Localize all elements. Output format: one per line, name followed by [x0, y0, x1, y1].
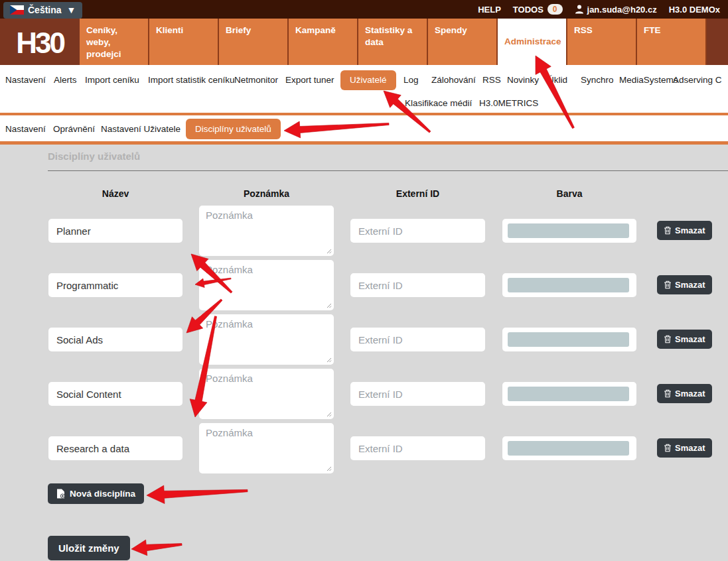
delete-discipline-button[interactable]: Smazat — [657, 438, 712, 458]
discipline-row: Smazat — [0, 423, 728, 473]
sub-nav-item-mediasystems[interactable]: MediaSystems — [619, 75, 678, 85]
language-selector[interactable]: Čeština ▼ — [3, 2, 82, 19]
sub-nav-item-netmonitor[interactable]: Netmonitor — [234, 75, 278, 85]
main-nav-tab-briefy[interactable]: Briefy — [219, 19, 289, 65]
sub-nav-item-nastaveni[interactable]: Nastavení — [5, 75, 46, 85]
section-nav-item-opravneni[interactable]: Oprávnění — [53, 124, 95, 134]
discipline-note-textarea[interactable] — [199, 423, 334, 473]
delete-discipline-button[interactable]: Smazat — [657, 330, 712, 349]
discipline-note-textarea[interactable] — [199, 314, 334, 365]
column-header-poznamka: Poznámka — [199, 188, 334, 199]
main-nav-tab-fte[interactable]: FTE — [637, 19, 707, 65]
discipline-note-textarea[interactable] — [199, 260, 334, 310]
logo[interactable]: H30 — [0, 19, 80, 65]
note-field — [199, 206, 334, 256]
external-id-input[interactable] — [350, 382, 485, 406]
trash-icon — [664, 226, 672, 235]
sub-nav-item-uklid[interactable]: Úklid — [547, 75, 567, 85]
delete-discipline-button[interactable]: Smazat — [657, 384, 712, 403]
column-header-nazev: Název — [48, 188, 182, 199]
external-id-input[interactable] — [350, 328, 485, 351]
sub-nav-item-zalohovani[interactable]: Zálohování — [431, 75, 476, 85]
save-changes-button[interactable]: Uložit změny — [48, 536, 130, 560]
sub-nav-item-h3-0metrics[interactable]: H3.0METRICS — [479, 98, 538, 108]
discipline-name-input[interactable] — [48, 273, 182, 297]
trash-icon — [664, 389, 672, 398]
discipline-row: Smazat — [0, 260, 728, 310]
delete-label: Smazat — [675, 389, 705, 399]
main-nav-tab-kampane[interactable]: Kampaně — [289, 19, 358, 65]
section-nav-item-nastaveni[interactable]: Nastavení — [5, 124, 46, 134]
color-picker-field[interactable] — [502, 328, 636, 351]
discipline-row: Smazat — [0, 369, 728, 419]
app-window: Čeština ▼ HELP TODOS 0 jan.suda@h20.cz H… — [0, 0, 728, 561]
main-nav-tabs: Ceníky, weby, prodejciKlientiBriefyKampa… — [80, 19, 707, 65]
help-label: HELP — [478, 5, 501, 15]
discipline-name-input[interactable] — [48, 328, 182, 351]
file-plus-icon — [56, 489, 65, 499]
color-swatch — [508, 278, 629, 292]
color-swatch — [508, 441, 629, 456]
sub-nav-item-novinky[interactable]: Novinky — [507, 75, 539, 85]
sub-nav-item-log[interactable]: Log — [403, 75, 419, 85]
main-nav-tab-statistiky-a-data[interactable]: Statistiky a data — [358, 19, 428, 65]
color-picker-field[interactable] — [502, 436, 636, 460]
color-picker-field[interactable] — [502, 382, 636, 406]
discipline-name-input[interactable] — [48, 382, 182, 406]
sub-nav-item-export-tuner[interactable]: Export tuner — [285, 75, 334, 85]
todos-link[interactable]: TODOS 0 — [513, 4, 563, 15]
color-swatch — [508, 332, 629, 347]
color-swatch — [508, 223, 629, 238]
discipline-name-input[interactable] — [48, 436, 182, 460]
sub-nav-item-adserving-c[interactable]: Adserving C — [673, 75, 722, 85]
main-nav-tab-ceniky-weby-prodejci[interactable]: Ceníky, weby, prodejci — [80, 19, 149, 65]
external-id-input[interactable] — [350, 273, 485, 297]
content-area: Disciplíny uživatelů NázevPoznámkaExtern… — [0, 145, 728, 561]
section-nav-item-discipliny-uzivatelu[interactable]: Disciplíny uživatelů — [186, 119, 281, 139]
color-picker-field[interactable] — [502, 273, 636, 297]
discipline-note-textarea[interactable] — [199, 369, 334, 419]
person-icon — [575, 5, 584, 14]
main-nav: H30 Ceníky, weby, prodejciKlientiBriefyK… — [0, 19, 728, 65]
discipline-note-textarea[interactable] — [199, 206, 334, 256]
note-field — [199, 314, 334, 365]
column-header-externi-id: Externí ID — [350, 188, 485, 199]
help-link[interactable]: HELP — [478, 5, 501, 15]
note-field — [199, 260, 334, 310]
color-picker-field[interactable] — [502, 219, 636, 243]
new-discipline-button[interactable]: Nová disciplína — [48, 483, 144, 504]
main-nav-tab-spendy[interactable]: Spendy — [428, 19, 498, 65]
sub-nav-item-import-statistik-ceniku[interactable]: Import statistik ceníku — [148, 75, 235, 85]
save-changes-label: Uložit změny — [58, 542, 119, 554]
external-id-input[interactable] — [350, 219, 485, 243]
delete-discipline-button[interactable]: Smazat — [657, 275, 712, 294]
column-header-barva: Barva — [502, 188, 636, 199]
sub-nav-item-synchro[interactable]: Synchro — [581, 75, 614, 85]
discipline-name-input[interactable] — [48, 219, 182, 243]
user-menu[interactable]: jan.suda@h20.cz — [575, 5, 657, 15]
sub-nav-item-rss[interactable]: RSS — [482, 75, 501, 85]
trash-icon — [664, 335, 672, 343]
todos-label: TODOS — [513, 5, 544, 15]
user-email: jan.suda@h20.cz — [587, 5, 657, 15]
main-nav-tab-administrace[interactable]: Administrace — [498, 19, 567, 65]
delete-label: Smazat — [675, 334, 705, 344]
users-section-nav: NastaveníOprávněníNastavení UživateleDis… — [0, 115, 728, 141]
trash-icon — [664, 280, 672, 289]
note-field — [199, 423, 334, 473]
delete-discipline-button[interactable]: Smazat — [657, 221, 712, 240]
main-nav-tab-rss[interactable]: RSS — [567, 19, 637, 65]
section-nav-item-nastaveni-uzivatele[interactable]: Nastavení Uživatele — [101, 124, 181, 134]
discipline-row: Smazat — [0, 314, 728, 365]
sub-nav-item-klasifikace-medii[interactable]: Klasifikace médií — [405, 98, 472, 108]
divider — [48, 170, 728, 171]
topbar: Čeština ▼ HELP TODOS 0 jan.suda@h20.cz H… — [0, 0, 728, 19]
sub-nav-item-alerts[interactable]: Alerts — [54, 75, 77, 85]
trash-icon — [664, 444, 672, 452]
external-id-input[interactable] — [350, 436, 485, 460]
sub-nav-item-import-ceniku[interactable]: Import ceníku — [85, 75, 139, 85]
color-swatch — [508, 387, 629, 401]
main-nav-tab-klienti[interactable]: Klienti — [149, 19, 219, 65]
discipline-row: Smazat — [0, 206, 728, 256]
sub-nav-item-uzivatele[interactable]: Uživatelé — [340, 70, 396, 90]
